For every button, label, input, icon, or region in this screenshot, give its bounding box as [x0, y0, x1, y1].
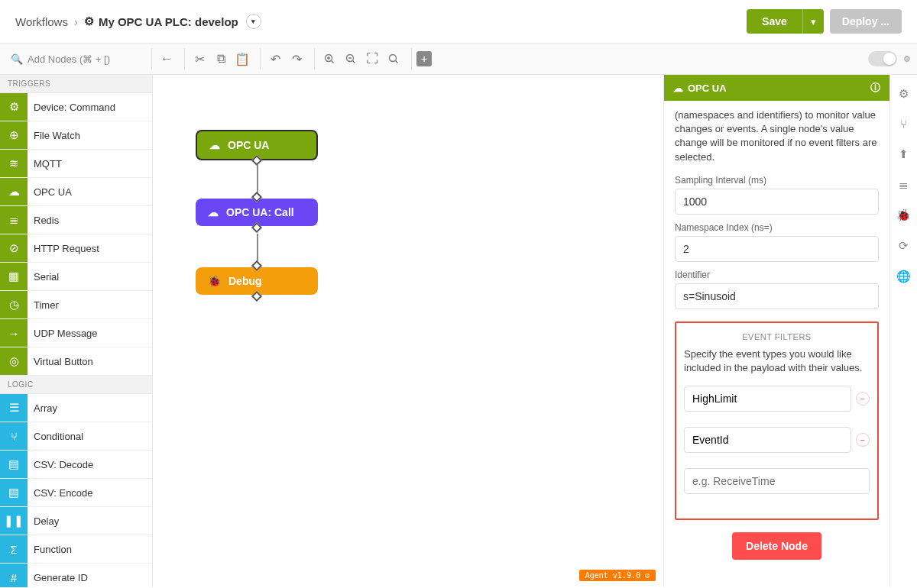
sidebar-item-timer[interactable]: ◷Timer — [0, 291, 152, 319]
save-button[interactable]: Save — [747, 9, 802, 34]
add-nodes-placeholder: Add Nodes (⌘ + [) — [28, 53, 110, 65]
database-icon[interactable]: ≣ — [899, 178, 909, 192]
node-label: OPC UA — [228, 139, 269, 151]
event-filters-heading: EVENT FILTERS — [684, 332, 870, 341]
sigma-icon: Σ — [0, 535, 28, 563]
identifier-input[interactable] — [675, 283, 879, 309]
sidebar-item-http-request[interactable]: ⊘HTTP Request — [0, 234, 152, 263]
help-icon[interactable]: ⓘ — [870, 81, 880, 95]
sidebar-item-label: CSV: Encode — [28, 487, 93, 499]
sidebar-item-device-command[interactable]: ⚙Device: Command — [0, 93, 152, 121]
sidebar-item-udp-message[interactable]: →UDP Message — [0, 319, 152, 347]
sidebar-item-csv-encode[interactable]: ▤CSV: Encode — [0, 479, 152, 507]
id-icon: # — [0, 564, 28, 587]
gear-icon: ⚙ — [0, 93, 28, 121]
event-filter-input[interactable] — [684, 386, 851, 412]
copy-button[interactable]: ⧉ — [211, 49, 231, 69]
back-button[interactable]: ← — [157, 49, 177, 69]
sidebar-item-label: MQTT — [28, 158, 62, 170]
breadcrumb-separator: › — [74, 15, 78, 28]
panel-description: (namespaces and identifiers) to monitor … — [675, 108, 879, 164]
event-filter-input[interactable] — [684, 427, 851, 453]
zoom-reset-button[interactable] — [384, 49, 403, 69]
cloud-icon: ☁ — [209, 139, 220, 151]
panel-header: ☁ OPC UA ⓘ — [664, 75, 889, 101]
reload-icon[interactable]: ⟳ — [899, 239, 909, 253]
upload-icon[interactable]: ⬆ — [899, 147, 909, 161]
sidebar-item-label: Array — [28, 402, 57, 414]
output-port[interactable] — [251, 155, 262, 166]
ns-input[interactable] — [675, 236, 879, 262]
sidebar-item-file-watch[interactable]: ⊕File Watch — [0, 121, 152, 150]
table-icon: ▤ — [0, 479, 28, 506]
sidebar-item-label: Delay — [28, 515, 59, 527]
cloud-icon: ☁ — [208, 206, 219, 218]
remove-filter-button[interactable]: − — [856, 433, 870, 447]
redo-button[interactable]: ↷ — [287, 49, 306, 69]
sidebar-item-label: HTTP Request — [28, 243, 99, 254]
git-branch-icon[interactable]: ⑂ — [900, 118, 907, 131]
sampling-input[interactable] — [675, 189, 879, 215]
input-port[interactable] — [251, 260, 262, 271]
sidebar-item-csv-decode[interactable]: ▤CSV: Decode — [0, 451, 152, 479]
identifier-label: Identifier — [675, 270, 879, 280]
breadcrumb: Workflows › ⚙ My OPC UA PLC: develop ▾ — [15, 14, 261, 29]
zoom-in-button[interactable] — [319, 49, 339, 69]
cloud-icon: ☁ — [0, 178, 28, 205]
sidebar-item-virtual-button[interactable]: ◎Virtual Button — [0, 347, 152, 376]
sidebar-item-generate-id[interactable]: #Generate ID — [0, 564, 152, 587]
sidebar-item-conditional[interactable]: ⑂Conditional — [0, 422, 152, 451]
sidebar-item-label: Generate ID — [28, 572, 88, 583]
event-filters-description: Specify the event types you would like i… — [684, 347, 870, 375]
breadcrumb-root[interactable]: Workflows — [15, 15, 68, 28]
settings-icon[interactable]: ⚙ — [899, 87, 909, 101]
branch-icon: ⑂ — [0, 422, 28, 450]
bug-icon: 🐞 — [208, 275, 221, 287]
add-button[interactable]: + — [416, 51, 432, 66]
zoom-out-button[interactable] — [341, 49, 361, 69]
toolbar: 🔍 Add Nodes (⌘ + [) ← ✂ ⧉ 📋 ↶ ↷ ⛶ + ⚙ — [0, 44, 917, 75]
sidebar-item-delay[interactable]: ❚❚Delay — [0, 507, 152, 535]
debug-icon[interactable]: 🐞 — [896, 208, 911, 222]
output-port[interactable] — [251, 291, 262, 302]
preview-toggle[interactable] — [868, 51, 897, 66]
output-port[interactable] — [251, 222, 262, 233]
header: Workflows › ⚙ My OPC UA PLC: develop ▾ S… — [0, 0, 917, 44]
sidebar-item-array[interactable]: ☰Array — [0, 394, 152, 422]
sidebar-item-serial[interactable]: ▦Serial — [0, 263, 152, 291]
sidebar-item-label: OPC UA — [28, 186, 72, 198]
node-opcua[interactable]: ☁ OPC UA — [196, 130, 318, 160]
search-icon: 🔍 — [11, 53, 23, 65]
deploy-button[interactable]: Deploy ... — [830, 9, 902, 34]
sidebar-item-label: Conditional — [28, 431, 83, 442]
sidebar-item-label: CSV: Decode — [28, 459, 93, 470]
sidebar-item-label: Function — [28, 544, 72, 555]
delete-node-button[interactable]: Delete Node — [732, 532, 821, 560]
target-icon: ◎ — [0, 347, 28, 375]
link-icon: ⊘ — [0, 234, 28, 262]
table-icon: ▤ — [0, 451, 28, 478]
sidebar-item-function[interactable]: ΣFunction — [0, 535, 152, 564]
sidebar-item-mqtt[interactable]: ≋MQTT — [0, 150, 152, 178]
event-filter-new-input[interactable] — [684, 468, 870, 494]
toolbar-settings-icon[interactable]: ⚙ — [903, 54, 911, 64]
sidebar-item-opc-ua[interactable]: ☁OPC UA — [0, 178, 152, 206]
sidebar-item-redis[interactable]: ≣Redis — [0, 206, 152, 234]
cut-button[interactable]: ✂ — [190, 49, 209, 69]
section-triggers: TRIGGERS — [0, 75, 152, 93]
fit-button[interactable]: ⛶ — [362, 49, 382, 69]
right-rail: ⚙ ⑂ ⬆ ≣ 🐞 ⟳ 🌐 — [889, 75, 917, 587]
globe-icon[interactable]: 🌐 — [896, 270, 911, 283]
undo-button[interactable]: ↶ — [265, 49, 285, 69]
paste-button[interactable]: 📋 — [232, 49, 252, 69]
list-icon: ☰ — [0, 394, 28, 422]
node-opcua-call[interactable]: ☁ OPC UA: Call — [196, 199, 318, 226]
input-port[interactable] — [251, 192, 262, 202]
event-filters-section: EVENT FILTERS Specify the event types yo… — [675, 321, 879, 520]
add-nodes-search[interactable]: 🔍 Add Nodes (⌘ + [) — [6, 50, 148, 68]
node-debug[interactable]: 🐞 Debug — [196, 267, 318, 295]
workflow-canvas[interactable]: ☁ OPC UA ☁ OPC UA: Call 🐞 Debug Agent v1… — [153, 75, 663, 587]
save-dropdown[interactable]: ▾ — [802, 9, 824, 34]
remove-filter-button[interactable]: − — [856, 392, 870, 405]
breadcrumb-dropdown[interactable]: ▾ — [246, 14, 261, 29]
